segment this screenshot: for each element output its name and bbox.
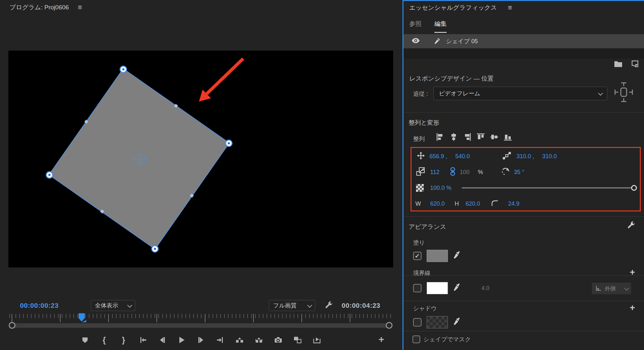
position-x-value[interactable]: 656.9 , [430,153,447,160]
anchor-point-icon [502,151,511,161]
mask-with-shape-checkbox[interactable] [412,335,420,343]
lift-button[interactable] [235,335,244,345]
transform-highlight-box: 656.9 , 540.0 310.0 , 310.0 112 100 % 35… [411,147,641,211]
stroke-width-value[interactable]: 4.0 [481,285,489,292]
zoom-scrollbar-left-handle[interactable] [9,322,15,329]
align-bottom-icon[interactable] [503,132,512,143]
layer-list: シェイプ 05 [403,34,644,59]
align-transform-heading: 整列と変形 [409,119,439,127]
zoom-level-select[interactable]: 全体表示 [91,300,135,311]
go-to-out-button[interactable] [216,335,225,345]
new-folder-icon[interactable] [614,60,623,69]
export-frame-button[interactable] [274,335,283,345]
export-media-button[interactable] [312,335,321,345]
stroke-enabled-checkbox[interactable] [413,284,421,292]
current-timecode[interactable]: 00:00:00:23 [20,302,59,309]
anchor-y-value[interactable]: 310.0 [542,153,557,160]
divider [403,301,644,301]
align-center-horizontal-icon[interactable] [449,132,458,143]
opacity-value[interactable]: 100.0 % [430,185,451,191]
fill-eyedropper-icon[interactable] [453,251,461,261]
rotation-value[interactable]: 35 ° [514,169,524,176]
position-anchor-row: 656.9 , 540.0 310.0 , 310.0 [412,150,640,163]
tab-edit[interactable]: 編集 [434,20,447,33]
align-top-icon[interactable] [476,132,485,143]
follow-dropdown[interactable]: ビデオフレーム [433,87,607,100]
align-right-icon[interactable] [463,132,472,143]
mark-in-button[interactable]: { [100,335,109,345]
panel-menu-icon[interactable]: ≡ [78,4,82,11]
width-value[interactable]: 620.0 [430,200,445,207]
play-button[interactable] [177,335,186,345]
zoom-scrollbar-right-handle[interactable] [386,322,393,329]
step-back-button[interactable] [158,335,167,345]
align-buttons [436,132,512,143]
align-left-icon[interactable] [436,132,445,143]
go-to-in-button[interactable] [138,335,147,345]
panel-menu-icon[interactable]: ≡ [508,4,512,11]
layer-visibility-eye-icon[interactable] [412,38,420,45]
shadow-enabled-checkbox[interactable] [413,318,421,326]
red-arrow-annotation [8,51,393,267]
opacity-slider-track[interactable] [462,188,634,189]
stroke-color-swatch[interactable] [427,282,448,294]
add-shadow-plus-button[interactable]: + [630,303,635,312]
shadow-color-swatch[interactable] [427,316,448,328]
align-center-vertical-icon[interactable] [490,132,499,143]
width-label: W [415,200,421,207]
opacity-checkerboard-icon [416,184,424,192]
monitor-controls-bar: 00:00:00:23 全体表示 フル画質 00:00:04:23 [8,298,393,313]
essential-graphics-panel: エッセンシャルグラフィックス ≡ 参照 編集 シェイプ 05 レスポンシブデザイ… [402,0,644,350]
stroke-eyedropper-icon[interactable] [453,283,461,293]
settings-wrench-icon[interactable] [325,301,333,310]
mask-with-shape-row: シェイプでマスク [412,335,471,343]
new-layer-icon[interactable] [631,60,639,69]
sequence-duration-timecode: 00:00:04:23 [342,302,380,309]
divider [403,112,644,112]
transport-controls: { } + [8,332,393,348]
monitor-zoom-scrollbar[interactable] [11,323,390,328]
follow-label: 追従 : [413,90,428,98]
program-monitor-panel: プログラム: Proj0606 ≡ 00:00:00:2 [0,0,402,350]
position-y-value[interactable]: 540.0 [455,153,470,160]
opacity-slider-handle[interactable] [631,185,637,191]
scale-link-icon[interactable] [450,167,456,177]
height-value[interactable]: 620.0 [466,200,480,207]
scale-linked-value[interactable]: 100 [460,169,469,176]
program-panel-header: プログラム: Proj0606 ≡ [10,3,82,12]
add-marker-button[interactable] [80,335,90,345]
add-stroke-plus-button[interactable]: + [630,268,635,277]
anchor-x-value[interactable]: 310.0 , [516,153,534,160]
layer-name[interactable]: シェイプ 05 [446,37,478,45]
appearance-wrench-icon[interactable] [627,221,636,230]
essential-graphics-header: エッセンシャルグラフィックス ≡ [409,4,512,12]
extract-button[interactable] [254,335,263,345]
insert-button[interactable] [293,335,302,345]
stroke-type-value: 外側 [605,285,616,292]
layer-list-actions [614,60,639,69]
scale-value[interactable]: 112 [430,169,440,176]
layer-row-shape05[interactable]: シェイプ 05 [403,34,644,48]
size-row: W 620.0 H 620.0 24.9 [412,197,640,210]
responsive-design-heading: レスポンシブデザイン — 位置 [409,74,494,83]
corner-radius-value[interactable]: 24.9 [508,200,519,207]
pin-to-widget[interactable] [612,81,635,105]
mark-out-button[interactable]: } [119,335,128,345]
fill-enabled-checkbox[interactable]: ✓ [413,252,421,260]
playback-quality-select[interactable]: フル画質 [269,300,315,311]
fill-row: ✓ [413,250,461,262]
step-forward-button[interactable] [196,335,205,345]
button-editor-plus-button[interactable]: + [378,335,384,344]
stroke-label: 境界線 [413,269,431,277]
stroke-type-dropdown[interactable]: 外側 [592,283,631,294]
chevron-down-icon [598,91,603,96]
monitor-time-ruler[interactable] [8,313,393,323]
tab-browse[interactable]: 参照 [409,20,421,33]
fill-label: 塗り [413,239,425,247]
eg-tabs: 参照 編集 [409,20,447,33]
fill-color-swatch[interactable] [427,250,448,262]
zoom-level-value: 全体表示 [95,302,118,309]
shadow-label: シャドウ [413,305,437,312]
shadow-eyedropper-icon[interactable] [453,317,461,327]
ruler-major-ticks [8,314,393,322]
